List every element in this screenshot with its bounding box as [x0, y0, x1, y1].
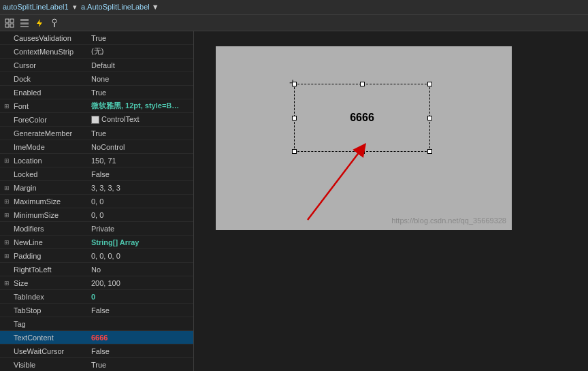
prop-row[interactable]: ⊞Margin3, 3, 3, 3 — [0, 181, 193, 195]
svg-rect-3 — [10, 24, 14, 27]
prop-row[interactable]: ⊞Font微软雅黑, 12pt, style=B… — [0, 99, 193, 113]
prop-row[interactable]: EnabledTrue — [0, 86, 193, 99]
handle-mid-right[interactable] — [427, 116, 432, 120]
prop-name-label: NewLine — [14, 238, 43, 246]
attribution-text: https://blog.csdn.net/qq_35669328 — [391, 216, 506, 225]
expand-icon[interactable]: ⊞ — [4, 184, 12, 191]
prop-row[interactable]: ContextMenuStrip(无) — [0, 45, 193, 59]
title-text: autoSplitLineLabel1 ▾ a.AutoSplitLineLab… — [3, 3, 585, 12]
prop-value-cell: 6666 — [88, 334, 193, 342]
pin-icon-btn[interactable] — [48, 16, 61, 30]
handle-bot-left[interactable] — [292, 149, 297, 154]
canvas-area: ✛ 6666 — [216, 46, 512, 230]
handle-mid-left[interactable] — [292, 116, 297, 120]
prop-value-cell: Private — [88, 225, 193, 233]
expand-icon[interactable]: ⊞ — [4, 198, 12, 205]
prop-name-label: Font — [14, 102, 29, 110]
prop-value-cell: NoControl — [88, 143, 193, 151]
prop-name-cell: Visible — [0, 361, 88, 369]
svg-rect-6 — [20, 26, 29, 27]
component-name: autoSplitLineLabel1 — [3, 3, 69, 11]
prop-row[interactable]: CausesValidationTrue — [0, 31, 193, 45]
prop-row[interactable]: TabStopFalse — [0, 304, 193, 317]
prop-value-cell: True — [88, 88, 193, 97]
design-canvas: ✛ 6666 — [194, 31, 588, 371]
prop-name-label: TabStop — [14, 306, 41, 314]
prop-row[interactable]: RightToLeftNo — [0, 263, 193, 276]
prop-row[interactable]: ⊞MinimumSize0, 0 — [0, 208, 193, 222]
expand-icon[interactable]: ⊞ — [4, 280, 12, 287]
prop-row[interactable]: VisibleTrue — [0, 358, 193, 371]
prop-name-label: TabIndex — [14, 293, 44, 301]
prop-value-cell: No — [88, 265, 193, 274]
prop-name-label: Margin — [14, 184, 37, 192]
prop-name-cell: TabIndex — [0, 293, 88, 301]
expand-icon[interactable]: ⊞ — [4, 157, 12, 164]
svg-rect-0 — [5, 19, 9, 22]
prop-value-cell: True — [88, 361, 193, 369]
color-swatch — [91, 116, 99, 124]
lightning-icon-btn[interactable] — [33, 16, 46, 30]
prop-name-label: Dock — [14, 75, 31, 83]
prop-name-cell: ⊞Size — [0, 279, 88, 287]
prop-name-cell: Tag — [0, 320, 88, 328]
handle-bot-right[interactable] — [427, 149, 432, 154]
prop-row[interactable]: ⊞Padding0, 0, 0, 0 — [0, 249, 193, 263]
handle-bot-mid[interactable] — [360, 149, 365, 154]
prop-row[interactable]: CursorDefault — [0, 59, 193, 72]
prop-row[interactable]: ImeModeNoControl — [0, 140, 193, 154]
prop-row[interactable]: ⊞NewLineString[] Array — [0, 236, 193, 249]
prop-value-cell: 3, 3, 3, 3 — [88, 184, 193, 192]
prop-name-label: RightToLeft — [14, 265, 52, 274]
expand-icon[interactable]: ⊞ — [4, 212, 12, 219]
prop-row[interactable]: ⊞MaximumSize0, 0 — [0, 195, 193, 208]
prop-name-cell: Enabled — [0, 88, 88, 97]
prop-value-cell: True — [88, 34, 193, 42]
prop-name-label: TextContent — [14, 334, 54, 342]
prop-row[interactable]: ForeColorControlText — [0, 113, 193, 127]
prop-row[interactable]: TabIndex0 — [0, 290, 193, 304]
prop-name-cell: RightToLeft — [0, 265, 88, 274]
prop-row[interactable]: ⊞Location150, 71 — [0, 154, 193, 167]
prop-name-label: Tag — [14, 320, 26, 328]
prop-name-label: Padding — [14, 252, 41, 260]
prop-name-cell: UseWaitCursor — [0, 347, 88, 355]
prop-row[interactable]: LockedFalse — [0, 167, 193, 181]
prop-name-label: ImeMode — [14, 143, 45, 151]
prop-value-cell: True — [88, 129, 193, 138]
svg-rect-1 — [10, 19, 14, 22]
prop-name-cell: ⊞Font — [0, 102, 88, 110]
expand-icon[interactable]: ⊞ — [4, 239, 12, 246]
prop-name-label: ContextMenuStrip — [14, 48, 74, 56]
prop-value-cell: 0, 0, 0, 0 — [88, 252, 193, 260]
handle-top-left[interactable] — [292, 82, 297, 86]
label-control[interactable]: ✛ 6666 — [294, 84, 430, 152]
prop-row[interactable]: ModifiersPrivate — [0, 222, 193, 236]
prop-name-cell: Dock — [0, 75, 88, 83]
grid-icon-btn[interactable] — [3, 16, 16, 30]
prop-value-cell: 0, 0 — [88, 211, 193, 219]
handle-top-mid[interactable] — [360, 82, 365, 86]
category-icon-btn[interactable] — [18, 16, 31, 30]
svg-marker-7 — [37, 19, 42, 27]
prop-row[interactable]: ⊞Size200, 100 — [0, 276, 193, 290]
expand-icon[interactable]: ⊞ — [4, 253, 12, 259]
prop-row[interactable]: UseWaitCursorFalse — [0, 344, 193, 358]
properties-toolbar — [0, 15, 588, 31]
prop-row[interactable]: Tag — [0, 317, 193, 331]
prop-name-label: Locked — [14, 170, 37, 178]
prop-name-cell: ⊞MaximumSize — [0, 197, 88, 206]
prop-row[interactable]: GenerateMemberTrue — [0, 127, 193, 140]
prop-name-label: CausesValidation — [14, 34, 71, 42]
properties-panel: CausesValidationTrueContextMenuStrip(无)C… — [0, 31, 194, 371]
prop-row[interactable]: TextContent6666 — [0, 331, 193, 344]
prop-value-cell: False — [88, 306, 193, 314]
expand-icon[interactable]: ⊞ — [4, 103, 12, 110]
handle-top-right[interactable] — [427, 82, 432, 86]
prop-value-cell: False — [88, 347, 193, 355]
prop-value-cell: (无) — [88, 46, 193, 57]
svg-rect-4 — [20, 19, 29, 21]
prop-name-cell: ⊞MinimumSize — [0, 211, 88, 219]
prop-row[interactable]: DockNone — [0, 72, 193, 86]
prop-value-cell: String[] Array — [88, 238, 193, 246]
